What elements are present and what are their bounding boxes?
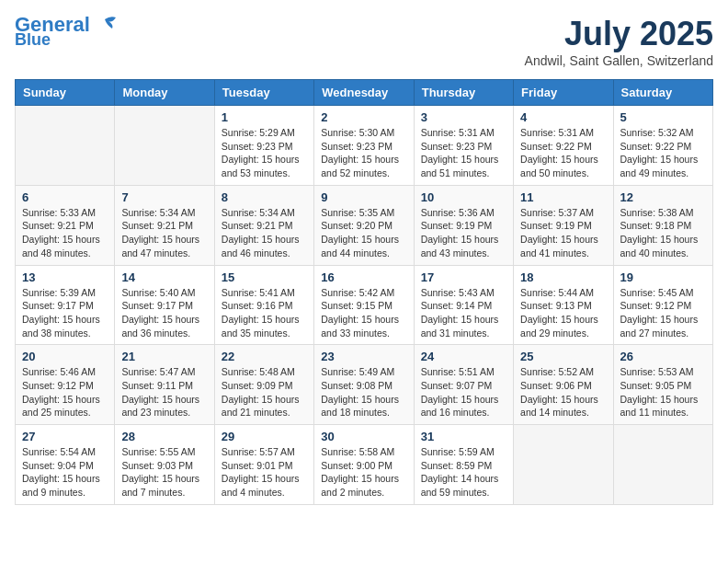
day-number: 2 xyxy=(321,110,406,124)
day-info: Sunrise: 5:34 AM Sunset: 9:21 PM Dayligh… xyxy=(121,206,207,260)
logo-bird-icon xyxy=(92,16,118,34)
calendar-cell: 23Sunrise: 5:49 AM Sunset: 9:08 PM Dayli… xyxy=(314,345,414,425)
location: Andwil, Saint Gallen, Switzerland xyxy=(525,53,713,68)
day-number: 3 xyxy=(421,110,506,124)
day-number: 7 xyxy=(121,190,207,204)
day-number: 8 xyxy=(222,190,307,204)
day-info: Sunrise: 5:58 AM Sunset: 9:00 PM Dayligh… xyxy=(321,445,406,500)
day-number: 18 xyxy=(520,270,606,284)
calendar-cell: 5Sunrise: 5:32 AM Sunset: 9:22 PM Daylig… xyxy=(613,106,712,186)
calendar-cell xyxy=(115,106,214,186)
title-block: July 2025 Andwil, Saint Gallen, Switzerl… xyxy=(525,15,713,68)
calendar-cell: 9Sunrise: 5:35 AM Sunset: 9:20 PM Daylig… xyxy=(314,185,414,265)
day-number: 25 xyxy=(520,350,606,363)
weekday-header: Sunday xyxy=(16,80,115,106)
day-info: Sunrise: 5:38 AM Sunset: 9:18 PM Dayligh… xyxy=(620,206,706,260)
calendar-table: SundayMondayTuesdayWednesdayThursdayFrid… xyxy=(15,79,713,505)
day-number: 16 xyxy=(321,270,406,284)
day-info: Sunrise: 5:54 AM Sunset: 9:04 PM Dayligh… xyxy=(22,445,108,500)
day-info: Sunrise: 5:40 AM Sunset: 9:17 PM Dayligh… xyxy=(121,286,207,340)
calendar-cell: 19Sunrise: 5:45 AM Sunset: 9:12 PM Dayli… xyxy=(613,265,712,345)
logo: General Blue xyxy=(15,15,118,48)
calendar-week-row: 13Sunrise: 5:39 AM Sunset: 9:17 PM Dayli… xyxy=(16,265,713,345)
day-info: Sunrise: 5:31 AM Sunset: 9:22 PM Dayligh… xyxy=(520,126,606,180)
calendar-cell: 2Sunrise: 5:30 AM Sunset: 9:23 PM Daylig… xyxy=(314,106,414,186)
calendar-cell: 17Sunrise: 5:43 AM Sunset: 9:14 PM Dayli… xyxy=(414,265,513,345)
day-number: 15 xyxy=(222,270,307,284)
day-number: 29 xyxy=(222,430,307,443)
calendar-week-row: 6Sunrise: 5:33 AM Sunset: 9:21 PM Daylig… xyxy=(16,185,713,265)
day-number: 6 xyxy=(22,190,108,204)
calendar-week-row: 20Sunrise: 5:46 AM Sunset: 9:12 PM Dayli… xyxy=(16,345,713,425)
calendar-cell: 7Sunrise: 5:34 AM Sunset: 9:21 PM Daylig… xyxy=(115,185,214,265)
day-number: 4 xyxy=(520,110,606,124)
calendar-week-row: 1Sunrise: 5:29 AM Sunset: 9:23 PM Daylig… xyxy=(16,106,713,186)
day-number: 1 xyxy=(222,110,307,124)
calendar-cell: 6Sunrise: 5:33 AM Sunset: 9:21 PM Daylig… xyxy=(16,185,115,265)
calendar-cell: 4Sunrise: 5:31 AM Sunset: 9:22 PM Daylig… xyxy=(514,106,613,186)
day-number: 17 xyxy=(421,270,506,284)
day-info: Sunrise: 5:46 AM Sunset: 9:12 PM Dayligh… xyxy=(22,365,108,419)
calendar-week-row: 27Sunrise: 5:54 AM Sunset: 9:04 PM Dayli… xyxy=(16,425,713,505)
day-info: Sunrise: 5:59 AM Sunset: 8:59 PM Dayligh… xyxy=(421,445,506,500)
day-number: 9 xyxy=(321,190,406,204)
calendar-cell: 26Sunrise: 5:53 AM Sunset: 9:05 PM Dayli… xyxy=(613,345,712,425)
day-number: 12 xyxy=(620,190,706,204)
day-info: Sunrise: 5:34 AM Sunset: 9:21 PM Dayligh… xyxy=(222,206,307,260)
day-number: 14 xyxy=(121,270,207,284)
day-number: 11 xyxy=(520,190,606,204)
calendar-cell: 3Sunrise: 5:31 AM Sunset: 9:23 PM Daylig… xyxy=(414,106,513,186)
calendar-cell xyxy=(613,425,712,505)
day-number: 21 xyxy=(121,350,207,363)
day-info: Sunrise: 5:51 AM Sunset: 9:07 PM Dayligh… xyxy=(421,365,506,419)
calendar-cell xyxy=(16,106,115,186)
day-info: Sunrise: 5:29 AM Sunset: 9:23 PM Dayligh… xyxy=(222,126,307,180)
weekday-header: Friday xyxy=(514,80,613,106)
weekday-header: Wednesday xyxy=(314,80,414,106)
calendar-cell: 13Sunrise: 5:39 AM Sunset: 9:17 PM Dayli… xyxy=(16,265,115,345)
calendar-header-row: SundayMondayTuesdayWednesdayThursdayFrid… xyxy=(16,80,713,106)
calendar-cell: 28Sunrise: 5:55 AM Sunset: 9:03 PM Dayli… xyxy=(115,425,214,505)
calendar-cell: 29Sunrise: 5:57 AM Sunset: 9:01 PM Dayli… xyxy=(214,425,313,505)
day-info: Sunrise: 5:39 AM Sunset: 9:17 PM Dayligh… xyxy=(22,286,108,340)
weekday-header: Tuesday xyxy=(214,80,313,106)
day-number: 20 xyxy=(22,350,108,363)
day-info: Sunrise: 5:37 AM Sunset: 9:19 PM Dayligh… xyxy=(520,206,606,260)
weekday-header: Monday xyxy=(115,80,214,106)
day-number: 22 xyxy=(222,350,307,363)
day-number: 27 xyxy=(22,430,108,443)
day-info: Sunrise: 5:53 AM Sunset: 9:05 PM Dayligh… xyxy=(620,365,706,419)
day-number: 31 xyxy=(421,430,506,443)
day-info: Sunrise: 5:57 AM Sunset: 9:01 PM Dayligh… xyxy=(222,445,307,500)
calendar-cell: 1Sunrise: 5:29 AM Sunset: 9:23 PM Daylig… xyxy=(214,106,313,186)
day-number: 13 xyxy=(22,270,108,284)
day-info: Sunrise: 5:33 AM Sunset: 9:21 PM Dayligh… xyxy=(22,206,108,260)
calendar-cell: 16Sunrise: 5:42 AM Sunset: 9:15 PM Dayli… xyxy=(314,265,414,345)
calendar-cell: 14Sunrise: 5:40 AM Sunset: 9:17 PM Dayli… xyxy=(115,265,214,345)
calendar-cell: 21Sunrise: 5:47 AM Sunset: 9:11 PM Dayli… xyxy=(115,345,214,425)
day-info: Sunrise: 5:30 AM Sunset: 9:23 PM Dayligh… xyxy=(321,126,406,180)
day-number: 23 xyxy=(321,350,406,363)
calendar-cell: 12Sunrise: 5:38 AM Sunset: 9:18 PM Dayli… xyxy=(613,185,712,265)
month-title: July 2025 xyxy=(525,15,713,53)
calendar-cell: 20Sunrise: 5:46 AM Sunset: 9:12 PM Dayli… xyxy=(16,345,115,425)
calendar-cell: 24Sunrise: 5:51 AM Sunset: 9:07 PM Dayli… xyxy=(414,345,513,425)
day-info: Sunrise: 5:35 AM Sunset: 9:20 PM Dayligh… xyxy=(321,206,406,260)
day-info: Sunrise: 5:41 AM Sunset: 9:16 PM Dayligh… xyxy=(222,286,307,340)
weekday-header: Thursday xyxy=(414,80,513,106)
day-number: 24 xyxy=(421,350,506,363)
calendar-cell xyxy=(514,425,613,505)
day-info: Sunrise: 5:42 AM Sunset: 9:15 PM Dayligh… xyxy=(321,286,406,340)
calendar-cell: 27Sunrise: 5:54 AM Sunset: 9:04 PM Dayli… xyxy=(16,425,115,505)
day-number: 28 xyxy=(121,430,207,443)
calendar-cell: 25Sunrise: 5:52 AM Sunset: 9:06 PM Dayli… xyxy=(514,345,613,425)
calendar-cell: 30Sunrise: 5:58 AM Sunset: 9:00 PM Dayli… xyxy=(314,425,414,505)
day-info: Sunrise: 5:43 AM Sunset: 9:14 PM Dayligh… xyxy=(421,286,506,340)
day-info: Sunrise: 5:45 AM Sunset: 9:12 PM Dayligh… xyxy=(620,286,706,340)
day-number: 19 xyxy=(620,270,706,284)
day-number: 26 xyxy=(620,350,706,363)
day-info: Sunrise: 5:36 AM Sunset: 9:19 PM Dayligh… xyxy=(421,206,506,260)
calendar-cell: 31Sunrise: 5:59 AM Sunset: 8:59 PM Dayli… xyxy=(414,425,513,505)
day-number: 10 xyxy=(421,190,506,204)
calendar-cell: 11Sunrise: 5:37 AM Sunset: 9:19 PM Dayli… xyxy=(514,185,613,265)
